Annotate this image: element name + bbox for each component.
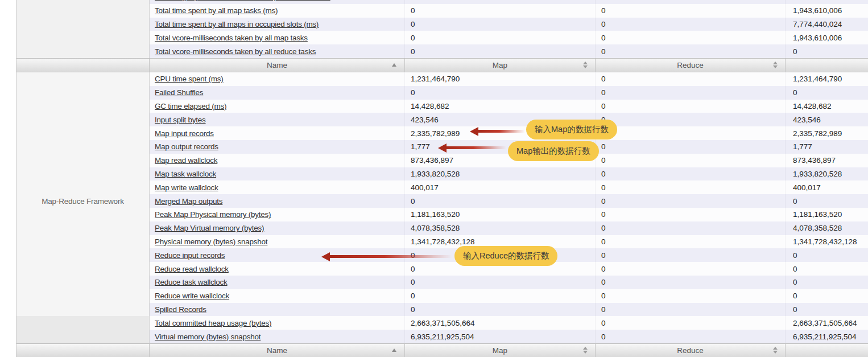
map-value-cell: 0 [405,31,596,44]
header-name[interactable]: Name [150,59,405,72]
header-total-cell [786,344,868,357]
map-value-cell: 0 [405,86,596,100]
header-name-label: Name [267,61,287,69]
total-value-cell: 1,777 [786,140,868,154]
counter-row: Reduce write wallclock000 [150,289,868,303]
reduce-value-cell: 0 [596,167,786,181]
counter-name-link[interactable]: Virtual memory (bytes) snapshot [155,333,261,341]
reduce-value-cell: 0 [596,303,786,317]
counter-name-cell: Reduce write wallclock [150,289,405,303]
counter-name-link[interactable]: Total vcore-milliseconds taken by all re… [155,47,316,56]
counter-name-link[interactable]: Map write wallclock [155,183,218,192]
counter-name-link[interactable]: Total megabyte-milliseconds taken by all… [155,0,330,1]
total-value-cell: 0 [786,303,868,317]
map-value-cell: 1,933,820,528 [405,167,596,181]
header-map[interactable]: Map [405,59,596,72]
counter-name-link[interactable]: Spilled Records [155,305,206,314]
red-arrow-map-input-icon [478,130,525,133]
sort-both-icon [583,347,588,354]
total-value-cell: 14,428,682 [786,100,868,113]
counter-name-cell: Peak Map Virtual memory (bytes) [150,221,405,235]
counter-name-cell: Map input records [150,126,405,140]
reduce-value-cell: 0 [596,330,786,343]
annotation-bubble-map-output: Map输出的数据行数 [508,141,599,161]
total-value-cell: 1,231,464,790 [786,72,868,86]
counter-name-link[interactable]: Total time spent by all map tasks (ms) [155,6,278,15]
counter-name-link[interactable]: Map task wallclock [155,170,216,178]
map-value-cell: 6,935,211,925,504 [405,330,596,343]
total-value-cell: 6,935,211,925,504 [786,330,868,343]
counter-name-cell: Input split bytes [150,113,405,126]
counter-name-link[interactable]: Map read wallclock [155,156,217,165]
counter-name-cell: Map read wallclock [150,154,405,167]
counter-name-link[interactable]: Merged Map outputs [155,197,222,206]
counter-name-cell: Physical memory (bytes) snapshot [150,235,405,249]
counter-row: Merged Map outputs000 [150,194,868,208]
header-reduce[interactable]: Reduce [596,59,786,72]
counter-name-link[interactable]: Peak Map Virtual memory (bytes) [155,224,264,232]
counter-name-cell: Map output records [150,140,405,154]
header-total-cell [786,59,868,72]
counter-name-link[interactable]: Failed Shuffles [155,88,203,97]
counter-name-link[interactable]: Map input records [155,129,214,138]
counter-name-link[interactable]: Map output records [155,142,218,151]
counter-name-cell: Map task wallclock [150,167,405,181]
reduce-value-cell: 0 [596,31,786,44]
category-cell [16,316,150,343]
reduce-value-cell: 0 [596,44,786,58]
counter-name-link[interactable]: GC time elapsed (ms) [155,102,226,110]
reduce-value-cell: 0 [596,208,786,221]
reduce-value-cell: 0 [596,248,786,262]
header-map[interactable]: Map [405,344,596,357]
category-cell [16,0,150,58]
total-value-cell: 0 [786,86,868,100]
counter-row: GC time elapsed (ms)14,428,682014,428,68… [150,100,868,113]
job-counters-page: Total megabyte-milliseconds taken by all… [0,0,868,357]
counter-row: Peak Map Physical memory (bytes)1,181,16… [150,208,868,221]
counter-name-link[interactable]: Reduce input records [155,251,225,260]
map-value-cell: 0 [405,4,596,18]
map-value-cell: 0 [405,44,596,58]
counter-name-link[interactable]: Total vcore-milliseconds taken by all ma… [155,34,308,42]
total-value-cell: 4,078,358,528 [786,221,868,235]
counter-name-link[interactable]: Input split bytes [155,116,206,124]
counter-name-link[interactable]: CPU time spent (ms) [155,75,224,83]
counter-name-link[interactable]: Total time spent by all maps in occupied… [155,20,319,28]
reduce-value-cell: 0 [596,221,786,235]
category-cell: Map-Reduce Framework [16,72,150,316]
header-name[interactable]: Name [150,344,405,357]
counter-name-link[interactable]: Reduce write wallclock [155,292,229,300]
reduce-value-cell: 0 [596,4,786,18]
map-value-cell: 0 [405,194,596,208]
counter-name-cell: Total megabyte-milliseconds taken by all… [150,0,405,4]
counter-name-link[interactable]: Reduce task wallclock [155,278,228,286]
header-reduce[interactable]: Reduce [596,344,786,357]
counter-name-cell: Total vcore-milliseconds taken by all ma… [150,31,405,44]
counter-group: Total megabyte-milliseconds taken by all… [16,0,868,58]
counter-row: Reduce task wallclock000 [150,276,868,289]
reduce-value-cell: 0 [596,180,786,194]
counter-row: Virtual memory (bytes) snapshot6,935,211… [150,330,868,343]
annotation-bubble-reduce-input: 输入Reduce的数据行数 [454,246,557,266]
counter-group: Total committed heap usage (bytes)2,663,… [16,316,868,343]
red-arrow-reduce-input-icon [330,255,452,258]
map-value-cell: 0 [405,276,596,289]
counter-name-link[interactable]: Physical memory (bytes) snapshot [155,237,267,246]
counter-row: CPU time spent (ms)1,231,464,79001,231,4… [150,72,868,86]
counter-name-cell: Merged Map outputs [150,194,405,208]
counter-name-cell: Total committed heap usage (bytes) [150,316,405,330]
counter-row: Total vcore-milliseconds taken by all ma… [150,31,868,44]
total-value-cell: 0 [786,248,868,262]
total-value-cell: 0 [786,276,868,289]
counter-name-link[interactable]: Peak Map Physical memory (bytes) [155,210,271,219]
reduce-value-cell: 0 [596,316,786,330]
map-value-cell: 1,231,464,790 [405,72,596,86]
counter-name-link[interactable]: Total committed heap usage (bytes) [155,319,271,327]
counter-name-cell: Map write wallclock [150,180,405,194]
reduce-value-cell: 0 [596,100,786,113]
total-value-cell: 1,181,163,520 [786,208,868,221]
map-value-cell: 0 [405,289,596,303]
reduce-value-cell: 0 [596,0,786,4]
header-map-label: Map [493,61,507,69]
counter-name-link[interactable]: Reduce read wallclock [155,265,229,273]
